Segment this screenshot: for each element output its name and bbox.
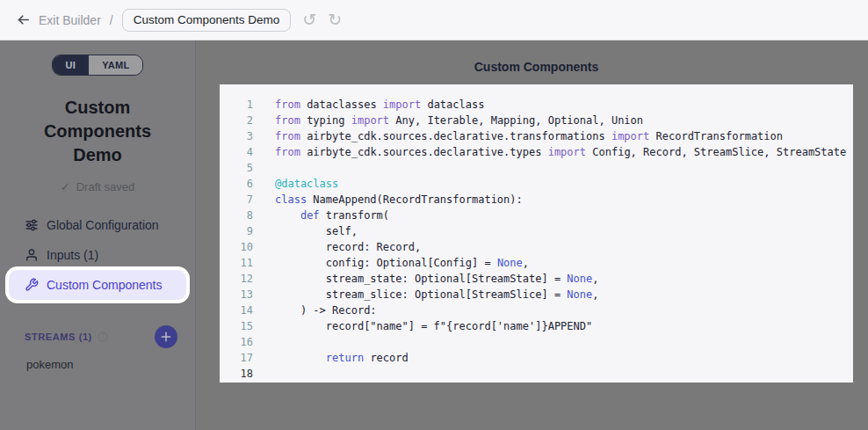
code-line: 8 def transform(	[220, 208, 853, 223]
code-text	[253, 334, 275, 350]
line-number: 9	[220, 223, 253, 239]
undo-icon[interactable]: ↺	[302, 11, 316, 28]
line-number: 10	[220, 239, 253, 255]
sidebar-item-label: Custom Components	[47, 278, 163, 292]
save-status: ✓ Draft saved	[0, 180, 195, 193]
plus-icon	[160, 331, 172, 343]
sidebar-item-inputs-1-[interactable]: Inputs (1)	[0, 240, 195, 270]
code-text: from typing import Any, Iterable, Mappin…	[253, 113, 643, 128]
wrench-icon	[25, 278, 39, 292]
code-line: 17 return record	[220, 350, 853, 366]
code-line: 4from airbyte_cdk.sources.declarative.ty…	[220, 144, 853, 160]
add-stream-button[interactable]	[155, 325, 177, 348]
line-number: 15	[220, 318, 253, 334]
code-editor[interactable]: 1from dataclasses import dataclass2from …	[220, 84, 853, 383]
code-text: return record	[253, 350, 409, 366]
code-text: class NameAppend(RecordTransformation):	[253, 192, 523, 208]
line-number: 3	[220, 128, 253, 144]
code-line: 6@dataclass	[220, 176, 853, 192]
check-icon: ✓	[61, 180, 70, 193]
code-text: ) -> Record:	[253, 302, 377, 318]
line-number: 8	[220, 208, 253, 223]
sidebar-nav: Global ConfigurationInputs (1)Custom Com…	[0, 210, 195, 300]
toggle-yaml[interactable]: YAML	[89, 55, 142, 75]
code-line: 11 config: Optional[Config] = None,	[220, 255, 853, 271]
info-icon[interactable]	[98, 332, 108, 342]
code-line: 18	[220, 366, 853, 382]
code-text: record["name"] = f"{record['name']}APPEN…	[253, 318, 592, 334]
main-panel: Custom Components 1from dataclasses impo…	[196, 40, 868, 430]
sidebar-item-global-configuration[interactable]: Global Configuration	[0, 210, 195, 240]
code-text: stream_state: Optional[StreamState] = No…	[253, 271, 598, 287]
line-number: 1	[220, 97, 253, 113]
code-text: record: Record,	[253, 239, 421, 255]
ui-yaml-toggle: UI YAML	[52, 55, 144, 76]
connector-name-value: Custom Components Demo	[134, 13, 280, 26]
code-text: from dataclasses import dataclass	[253, 97, 484, 113]
back-button[interactable]	[12, 10, 33, 31]
code-text: def transform(	[253, 208, 389, 223]
line-number: 4	[220, 144, 253, 160]
code-line: 7class NameAppend(RecordTransformation):	[220, 192, 853, 208]
code-line: 2from typing import Any, Iterable, Mappi…	[220, 113, 853, 128]
line-number: 5	[220, 160, 253, 176]
code-text	[253, 160, 275, 176]
code-line: 9 self,	[220, 223, 853, 239]
code-line: 13 stream_slice: Optional[StreamSlice] =…	[220, 287, 853, 302]
line-number: 11	[220, 255, 253, 271]
line-number: 17	[220, 350, 253, 366]
sidebar-item-label: Inputs (1)	[47, 248, 98, 262]
connector-name-input[interactable]: Custom Components Demo	[122, 9, 292, 32]
code-line: 15 record["name"] = f"{record['name']}AP…	[220, 318, 853, 334]
line-number: 14	[220, 302, 253, 318]
code-line: 10 record: Record,	[220, 239, 853, 255]
line-number: 7	[220, 192, 253, 208]
code-text: from airbyte_cdk.sources.declarative.tra…	[253, 128, 783, 144]
exit-builder-link[interactable]: Exit Builder	[39, 13, 101, 27]
code-line: 12 stream_state: Optional[StreamState] =…	[220, 271, 853, 287]
editor-heading: Custom Components	[220, 60, 853, 74]
arrow-left-icon	[16, 12, 31, 27]
builder-sidebar: UI YAML Custom Components Demo ✓ Draft s…	[0, 40, 196, 430]
line-number: 13	[220, 287, 253, 302]
streams-label: STREAMS (1)	[25, 332, 92, 342]
user-icon	[25, 248, 39, 262]
line-number: 18	[220, 366, 253, 382]
line-number: 6	[220, 176, 253, 192]
code-line: 16	[220, 334, 853, 350]
code-text: from airbyte_cdk.sources.declarative.typ…	[253, 144, 846, 160]
code-text: @dataclass	[253, 176, 338, 192]
toggle-ui[interactable]: UI	[53, 55, 90, 75]
code-line: 1from dataclasses import dataclass	[220, 97, 853, 113]
code-line: 3from airbyte_cdk.sources.declarative.tr…	[220, 128, 853, 144]
breadcrumb-separator: /	[110, 13, 113, 27]
top-bar: Exit Builder / Custom Components Demo ↺ …	[0, 0, 868, 40]
code-text: config: Optional[Config] = None,	[253, 255, 529, 271]
line-number: 2	[220, 113, 253, 128]
sliders-icon	[25, 218, 39, 232]
code-text: stream_slice: Optional[StreamSlice] = No…	[253, 287, 598, 302]
save-status-label: Draft saved	[76, 180, 134, 193]
streams-header: STREAMS (1)	[0, 324, 195, 350]
code-text: self,	[253, 223, 358, 239]
line-number: 12	[220, 271, 253, 287]
code-line: 14 ) -> Record:	[220, 302, 853, 318]
sidebar-item-custom-components[interactable]: Custom Components	[9, 270, 186, 300]
code-text	[253, 366, 275, 382]
code-line: 5	[220, 160, 853, 176]
sidebar-item-label: Global Configuration	[47, 218, 159, 232]
line-number: 16	[220, 334, 253, 350]
connector-title: Custom Components Demo	[0, 96, 195, 167]
streams-list: pokemon	[0, 358, 195, 371]
stream-item-pokemon[interactable]: pokemon	[0, 358, 195, 371]
redo-icon[interactable]: ↻	[328, 11, 342, 28]
